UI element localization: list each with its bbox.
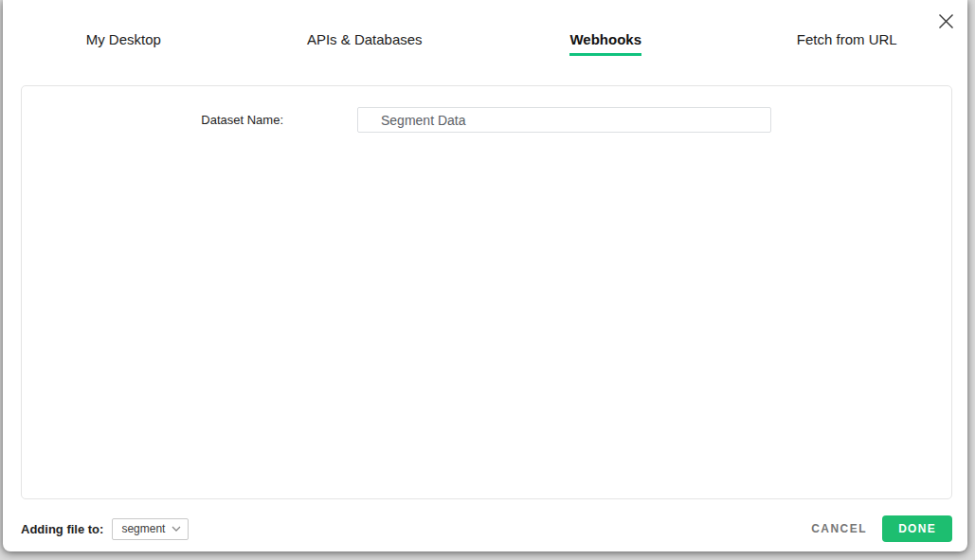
tab-bar: My Desktop APIs & Databases Webhooks Fet… xyxy=(3,0,967,56)
chevron-down-icon xyxy=(172,526,181,532)
cancel-button[interactable]: CANCEL xyxy=(807,516,871,541)
adding-file-label: Adding file to: xyxy=(21,522,103,536)
folder-select-value: segment xyxy=(121,522,165,535)
dataset-name-label: Dataset Name: xyxy=(22,113,283,127)
tab-webhooks[interactable]: Webhooks xyxy=(485,31,727,56)
tab-fetch-from-url[interactable]: Fetch from URL xyxy=(727,31,968,56)
folder-select[interactable]: segment xyxy=(112,518,189,540)
modal-footer: Adding file to: segment CANCEL DONE xyxy=(21,515,952,543)
dataset-name-row: Dataset Name: xyxy=(22,86,951,133)
tab-label: Webhooks xyxy=(569,31,641,56)
footer-left: Adding file to: segment xyxy=(21,518,189,540)
done-button[interactable]: DONE xyxy=(882,515,952,542)
dataset-name-input[interactable] xyxy=(357,107,771,133)
tab-label: My Desktop xyxy=(86,31,161,56)
tab-my-desktop[interactable]: My Desktop xyxy=(3,31,244,56)
webhooks-content-panel: Dataset Name: xyxy=(21,85,952,499)
footer-right: CANCEL DONE xyxy=(807,515,952,542)
tab-label: APIs & Databases xyxy=(307,31,423,56)
add-data-modal: My Desktop APIs & Databases Webhooks Fet… xyxy=(3,0,967,551)
close-icon xyxy=(938,13,954,29)
tab-apis-databases[interactable]: APIs & Databases xyxy=(244,31,486,56)
tab-label: Fetch from URL xyxy=(797,31,897,56)
close-button[interactable] xyxy=(935,10,956,31)
